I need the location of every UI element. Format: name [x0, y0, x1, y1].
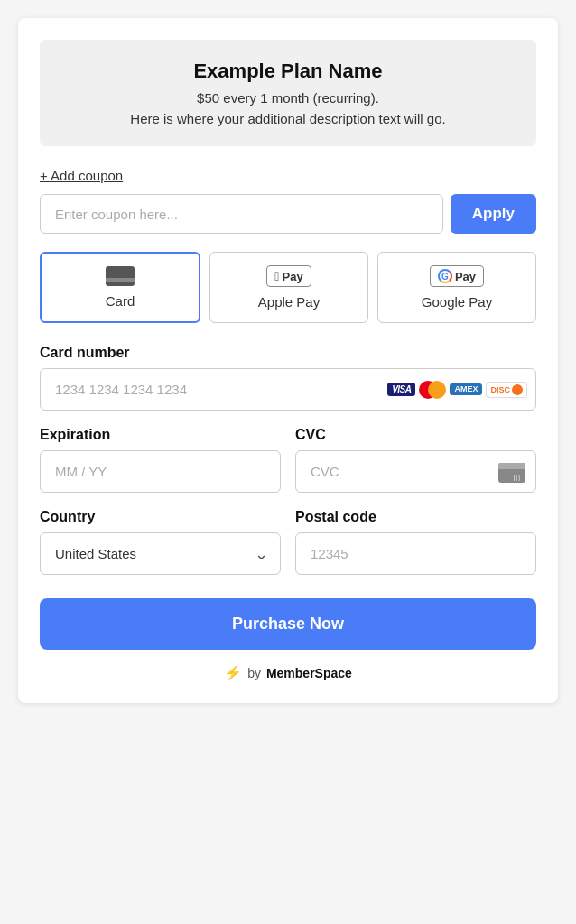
card-tab-label: Card — [106, 293, 135, 309]
plan-description: Here is where your additional descriptio… — [58, 111, 518, 126]
mastercard-logo — [419, 381, 446, 399]
country-field: Country United States Canada United King… — [40, 509, 281, 591]
postal-field: Postal code — [295, 509, 536, 591]
tab-google-pay[interactable]: G Pay Google Pay — [377, 252, 536, 323]
country-select-wrapper: United States Canada United Kingdom Aust… — [40, 532, 281, 575]
card-tab-icon — [106, 266, 135, 286]
expiration-label: Expiration — [40, 427, 281, 443]
discover-logo: DISC — [486, 382, 527, 398]
apply-button[interactable]: Apply — [451, 194, 536, 234]
expiration-field: Expiration — [40, 427, 281, 509]
postal-label: Postal code — [295, 509, 536, 525]
payment-form: Example Plan Name $50 every 1 month (rec… — [18, 18, 558, 703]
coupon-row: Apply — [40, 194, 536, 234]
cvc-label: CVC — [295, 427, 536, 443]
card-number-label: Card number — [40, 345, 536, 361]
plan-info-box: Example Plan Name $50 every 1 month (rec… — [40, 40, 536, 146]
tab-apple-pay[interactable]:  Pay Apple Pay — [209, 252, 368, 323]
footer-by-text: by — [247, 666, 261, 680]
apple-icon:  — [274, 269, 279, 283]
cvc-field: CVC — [295, 427, 536, 509]
expiration-input[interactable] — [40, 450, 281, 493]
exp-cvc-row: Expiration CVC — [40, 427, 536, 509]
coupon-input[interactable] — [40, 194, 443, 234]
cvc-wrapper — [295, 450, 536, 509]
google-pay-tab-label: Google Pay — [422, 294, 492, 310]
card-logos: VISA AMEX DISC — [387, 381, 527, 399]
plan-name: Example Plan Name — [58, 60, 518, 83]
apple-pay-tab-label: Apple Pay — [258, 294, 320, 310]
tab-card[interactable]: Card — [40, 252, 200, 323]
apple-pay-tab-icon:  Pay — [266, 265, 311, 287]
payment-tabs: Card  Pay Apple Pay G Pay Google Pay — [40, 252, 536, 323]
memberspace-brand: MemberSpace — [266, 666, 352, 680]
country-label: Country — [40, 509, 281, 525]
add-coupon-link[interactable]: + Add coupon — [40, 168, 123, 183]
cvc-card-icon — [498, 463, 525, 483]
amex-logo: AMEX — [450, 383, 482, 396]
google-pay-tab-icon: G Pay — [430, 265, 484, 287]
country-postal-row: Country United States Canada United King… — [40, 509, 536, 591]
plan-price: $50 every 1 month (recurring). — [58, 90, 518, 106]
bolt-icon: ⚡ — [224, 664, 242, 681]
visa-logo: VISA — [387, 383, 415, 396]
footer: ⚡ by MemberSpace — [40, 664, 536, 681]
postal-input[interactable] — [295, 532, 536, 575]
country-select[interactable]: United States Canada United Kingdom Aust… — [40, 532, 281, 575]
purchase-button[interactable]: Purchase Now — [40, 598, 536, 650]
g-icon: G — [438, 269, 452, 283]
card-number-wrapper: VISA AMEX DISC — [40, 368, 536, 411]
